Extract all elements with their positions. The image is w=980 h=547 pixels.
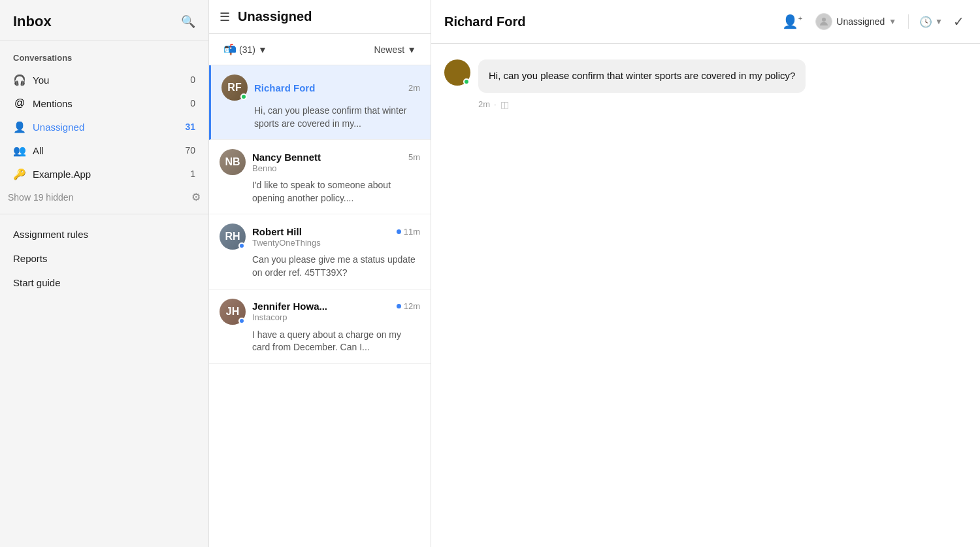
conv-item-top: NB Nancy Bennett 5m Benno [220,149,420,175]
online-dot [240,93,247,100]
sidebar-label-you: You [33,75,184,86]
conv-sub: TwentyOneThings [252,238,420,248]
conv-name: Richard Ford [254,82,315,93]
sidebar-count-you: 0 [190,75,195,85]
conv-item-robert-hill[interactable]: RH Robert Hill 11m TwentyOneThings Can y… [209,214,431,289]
conv-name: Nancy Bennett [252,152,321,163]
conv-sub: Benno [252,163,420,173]
chat-message-text: Hi, can you please confirm that winter s… [489,70,795,81]
avatar-wrap: RF [221,75,248,101]
show-hidden-row[interactable]: Show 19 hidden ⚙ [0,186,208,208]
sidebar-count-all: 70 [185,145,195,156]
sidebar: Inbox 🔍 Conversations 🎧 You 0 @ Mentions… [0,0,209,547]
online-dot [238,318,245,324]
conv-preview: I'd like to speak to someone about openi… [220,179,420,205]
conv-name-row: Robert Hill 11m [252,226,420,237]
clock-icon: 🕓 [919,16,932,28]
conv-item-richard-ford[interactable]: RF Richard Ford 2m Hi, can you please co… [209,65,431,140]
sidebar-bottom-item[interactable]: Assignment rules [5,222,203,246]
sidebar-bottom-item[interactable]: Reports [5,246,203,271]
sidebar-item-all[interactable]: 👥 All 70 [5,139,203,162]
check-icon[interactable]: ✓ [951,11,967,32]
conv-name-row: Richard Ford 2m [254,82,420,93]
time-dot [397,304,401,308]
sort-filter-button[interactable]: Newest ▼ [370,42,420,58]
sidebar-item-unassigned[interactable]: 👤 Unassigned 31 [5,115,203,139]
sidebar-count-unassigned: 31 [185,122,195,132]
conv-item-top: RH Robert Hill 11m TwentyOneThings [220,224,420,250]
conversations-section-label: Conversations [0,41,208,68]
conversation-list: RF Richard Ford 2m Hi, can you please co… [209,65,431,547]
conv-meta: Jennifer Howa... 12m Instacorp [252,301,420,322]
conv-meta: Nancy Bennett 5m Benno [252,152,420,173]
sort-chevron: ▼ [407,44,416,55]
gear-icon[interactable]: ⚙ [191,191,201,203]
sidebar-label-all: All [33,145,178,156]
sidebar-item-mentions[interactable]: @ Mentions 0 [5,91,203,115]
sidebar-nav: 🎧 You 0 @ Mentions 0 👤 Unassigned 31 👥 A… [0,68,208,186]
time-button[interactable]: 🕓 ▼ [914,12,948,32]
right-header-actions: Unassigned ▼ 🕓 ▼ ✓ [809,9,967,34]
assign-chevron: ▼ [889,17,896,26]
assign-button[interactable]: Unassigned ▼ [809,9,903,34]
conv-preview: Hi, can you please confirm that winter s… [221,105,420,130]
avatar-wrap: RH [220,224,246,250]
conv-time: 12m [404,301,420,311]
right-panel: Richard Ford 👤+ Unassigned ▼ 🕓 ▼ ✓ [431,0,980,547]
time-with-dot: 11m [397,227,420,237]
online-dot [238,242,245,249]
time-with-dot: 12m [397,301,420,311]
contact-name: Richard Ford [444,14,776,29]
chat-area: Hi, can you please confirm that winter s… [431,44,980,547]
chat-sender-avatar [444,59,470,86]
conv-preview: Can you please give me a status update o… [220,254,420,279]
sidebar-bottom-item[interactable]: Start guide [5,271,203,295]
conv-time: 11m [404,227,420,237]
conv-item-jennifer-howard[interactable]: JH Jennifer Howa... 12m Instacorp I have… [209,290,431,364]
inbox-filter-label: (31) [239,44,255,55]
avatar-wrap: JH [220,299,246,325]
sidebar-icon-all: 👥 [13,144,26,157]
conv-time: 2m [408,83,420,93]
assign-label: Unassigned [836,16,885,27]
conv-item-top: RF Richard Ford 2m [221,75,420,101]
add-contact-icon[interactable]: 👤+ [782,14,802,29]
sidebar-icon-mentions: @ [13,97,26,110]
sidebar-header: Inbox 🔍 [0,0,208,41]
time-chevron: ▼ [935,17,943,26]
chat-message-row: Hi, can you please confirm that winter s… [444,59,967,93]
online-indicator [463,78,470,85]
conv-meta: Robert Hill 11m TwentyOneThings [252,226,420,248]
sidebar-item-example-app[interactable]: 🔑 Example.App 1 [5,162,203,186]
middle-panel: ☰ Unassigned 📬 (31) ▼ Newest ▼ RF Richar… [209,0,431,547]
sidebar-icon-you: 🎧 [13,73,26,86]
conv-sub: Instacorp [252,312,420,322]
avatar: NB [220,149,246,175]
conv-preview: I have a query about a charge on my card… [220,329,420,354]
hamburger-icon[interactable]: ☰ [220,10,230,24]
middle-header: ☰ Unassigned [209,0,431,34]
header-separator [908,14,909,29]
filter-bar: 📬 (31) ▼ Newest ▼ [209,34,431,65]
conv-name: Jennifer Howa... [252,301,327,312]
conv-name-row: Nancy Bennett 5m [252,152,420,163]
assign-avatar [815,13,832,30]
sidebar-icon-example-app: 🔑 [13,167,26,180]
conv-name: Robert Hill [252,226,302,237]
conv-item-nancy-bennett[interactable]: NB Nancy Bennett 5m Benno I'd like to sp… [209,140,431,214]
sort-label: Newest [374,44,404,55]
sidebar-label-mentions: Mentions [33,98,184,109]
chat-meta: 2m · ◫ [444,99,967,110]
chat-time: 2m [478,99,490,109]
chat-bubble: Hi, can you please confirm that winter s… [478,59,806,93]
right-header: Richard Ford 👤+ Unassigned ▼ 🕓 ▼ ✓ [431,0,980,44]
show-hidden-label: Show 19 hidden [8,192,186,203]
sidebar-title: Inbox [13,13,52,30]
chat-status-icon: ◫ [500,99,509,110]
sidebar-count-example-app: 1 [190,169,195,179]
sidebar-icon-unassigned: 👤 [13,120,26,133]
search-icon[interactable]: 🔍 [181,14,195,29]
sidebar-item-you[interactable]: 🎧 You 0 [5,68,203,91]
inbox-filter-chevron: ▼ [258,44,267,55]
inbox-filter-button[interactable]: 📬 (31) ▼ [220,41,271,58]
